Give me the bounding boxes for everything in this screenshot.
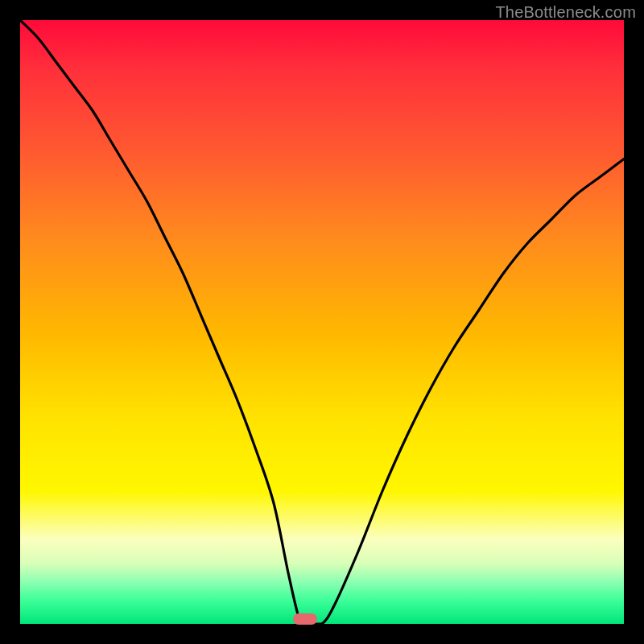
optimal-point-marker <box>293 613 317 625</box>
bottleneck-curve <box>20 20 624 627</box>
plot-area <box>20 20 624 624</box>
chart-frame: TheBottleneck.com <box>0 0 644 644</box>
curve-svg <box>20 20 624 624</box>
watermark-text: TheBottleneck.com <box>495 3 636 22</box>
